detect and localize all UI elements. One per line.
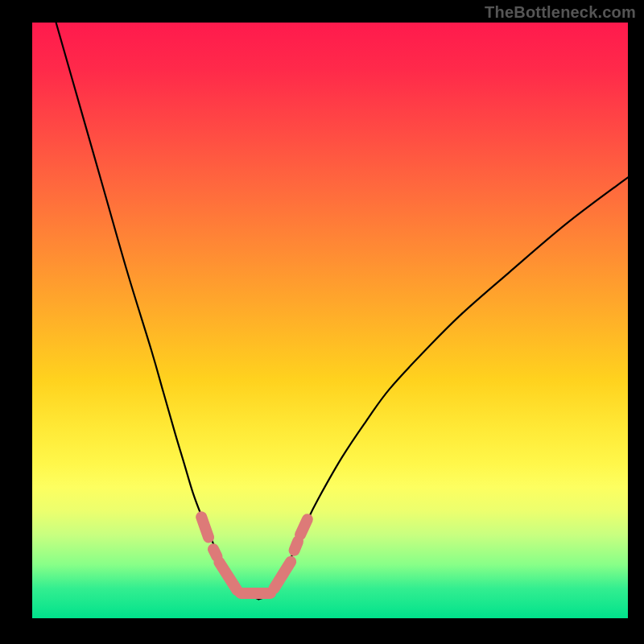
watermark-text: TheBottleneck.com [485, 3, 636, 22]
highlight-segment [295, 542, 298, 551]
highlight-markers [201, 517, 308, 593]
curve-right [258, 177, 628, 599]
highlight-segment [219, 562, 237, 590]
chart-svg [32, 23, 628, 618]
frame: TheBottleneck.com [0, 0, 644, 644]
highlight-segment [201, 517, 208, 537]
highlight-segment [300, 519, 308, 535]
plot-area [32, 23, 628, 618]
curve-left [56, 23, 259, 599]
highlight-segment [274, 562, 291, 588]
highlight-segment [213, 549, 217, 556]
